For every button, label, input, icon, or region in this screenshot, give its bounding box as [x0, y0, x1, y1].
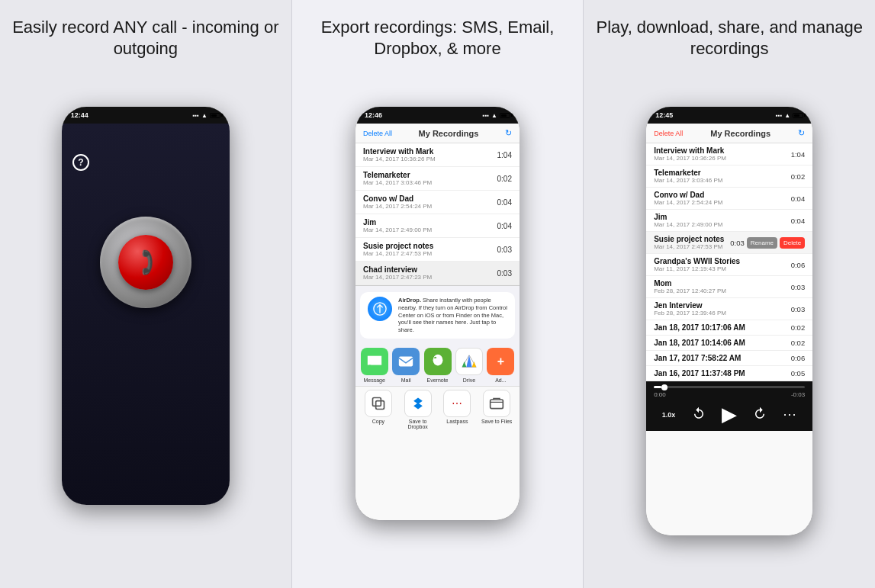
table-row[interactable]: TelemarketerMar 14, 2017 3:03:46 PM 0:02 [646, 165, 812, 188]
svg-marker-4 [466, 355, 471, 368]
phone3-signal-icon: ▪▪▪ [776, 112, 783, 119]
airdrop-section: AirDrop. Share instantly with people nea… [360, 292, 515, 339]
progress-track[interactable] [654, 386, 805, 388]
more-label: Ad... [495, 378, 506, 383]
share-action-files[interactable]: Save to Files [481, 390, 513, 429]
recordings-list-3: Interview with MarkMar 14, 2017 10:36:26… [646, 143, 812, 381]
share-app-more[interactable]: + Ad... [485, 348, 516, 383]
phone3-battery-icon [793, 113, 803, 118]
my-recordings-title-2: My Recordings [419, 129, 479, 138]
lastpass-icon: ⋯ [443, 390, 471, 417]
panel-export: Export recordings: SMS, Email, Dropbox, … [291, 0, 584, 588]
playback-bar: 0:00 -0:03 1.0x ▶ ··· [646, 381, 812, 431]
progress-thumb [661, 384, 668, 390]
lastpass-label: Lastpass [446, 419, 468, 424]
svg-rect-7 [376, 400, 384, 409]
save-files-icon [483, 390, 510, 417]
share-app-mail[interactable]: Mail [390, 348, 421, 383]
refresh-icon-3[interactable]: ↻ [798, 128, 805, 138]
table-row[interactable]: Interview with MarkMar 14, 2017 10:36:26… [646, 143, 812, 165]
record-button[interactable]: 📞 [100, 217, 191, 308]
svg-marker-10 [413, 403, 423, 409]
phone-call-icon: 📞 [130, 246, 161, 278]
play-button[interactable]: ▶ [722, 403, 737, 426]
dropbox-icon [404, 390, 432, 417]
phone-3: 12:45 ▪▪▪ ▲ Delete All My Recordings ↻ [646, 107, 812, 535]
panel-record: Easily record ANY call - incoming or out… [0, 0, 291, 588]
help-icon[interactable]: ? [72, 154, 89, 171]
phone1-signal-icon: ▪▪▪ [192, 112, 199, 119]
table-row[interactable]: Grandpa's WWII StoriesMar 11, 2017 12:19… [646, 254, 812, 276]
share-actions-row: Copy Save to Dropbox ⋯ Last [355, 386, 520, 432]
table-row[interactable]: Jan 18, 2017 10:14:06 AM 0:02 [646, 336, 812, 351]
fast-forward-button[interactable] [753, 406, 767, 423]
svg-rect-11 [491, 400, 503, 409]
table-row[interactable]: JimMar 14, 2017 2:49:00 PM 0:04 [355, 214, 520, 238]
dropbox-label: Save to Dropbox [402, 419, 434, 429]
copy-icon [365, 390, 392, 417]
save-files-label: Save to Files [481, 419, 512, 424]
share-action-dropbox[interactable]: Save to Dropbox [402, 390, 434, 429]
delete-all-btn-3[interactable]: Delete All [654, 130, 683, 137]
phone1-battery-icon [210, 113, 220, 118]
panel-1-title: Easily record ANY call - incoming or out… [8, 17, 284, 93]
table-row[interactable]: Jen InterviewFeb 28, 2017 12:39:46 PM 0:… [646, 298, 812, 320]
speed-control[interactable]: 1.0x [662, 411, 676, 419]
panel-manage: Play, download, share, and manage record… [584, 0, 875, 588]
more-options-button[interactable]: ··· [783, 406, 796, 423]
share-action-lastpass[interactable]: ⋯ Lastpass [441, 390, 473, 429]
table-row[interactable]: Convo w/ DadMar 14, 2017 2:54:24 PM 0:04 [355, 191, 520, 214]
playback-times: 0:00 -0:03 [654, 391, 805, 398]
recordings-list-2: Interview with MarkMar 14, 2017 10:36:26… [355, 143, 520, 285]
rewind-button[interactable] [692, 406, 706, 423]
drive-icon [455, 348, 483, 375]
table-row[interactable]: Convo w/ DadMar 14, 2017 2:54:24 PM 0:04 [646, 188, 812, 210]
table-row-active[interactable]: Susie project notesMar 14, 2017 2:47:53 … [646, 232, 812, 254]
svg-point-2 [433, 355, 442, 366]
table-row[interactable]: TelemarketerMar 14, 2017 3:03:46 PM 0:02 [355, 167, 520, 191]
rename-button[interactable]: Rename [747, 237, 777, 249]
mail-label: Mail [401, 378, 411, 383]
phone2-recordings-screen: Delete All My Recordings ↻ Interview wit… [355, 124, 520, 520]
share-app-evernote[interactable]: Evernote [422, 348, 453, 383]
table-row[interactable]: Jan 18, 2017 10:17:06 AM 0:02 [646, 320, 812, 336]
phone3-manage-screen: Delete All My Recordings ↻ Interview wit… [646, 124, 812, 535]
panel-2-title: Export recordings: SMS, Email, Dropbox, … [300, 17, 576, 93]
drive-label: Drive [463, 378, 475, 383]
phone-1: 12:44 ▪▪▪ ▲ ? 📞 [62, 107, 230, 505]
table-row[interactable]: Jan 16, 2017 11:37:48 PM 0:05 [646, 366, 812, 381]
delete-all-btn-2[interactable]: Delete All [363, 130, 392, 137]
phone2-time: 12:46 [365, 111, 382, 119]
table-row[interactable]: Susie project notesMar 14, 2017 2:47:53 … [355, 238, 520, 262]
my-recordings-title-3: My Recordings [710, 129, 770, 138]
table-row[interactable]: MomFeb 28, 2017 12:40:27 PM 0:03 [646, 276, 812, 298]
share-action-copy[interactable]: Copy [362, 390, 394, 429]
share-app-drive[interactable]: Drive [453, 348, 484, 383]
playback-controls: 1.0x ▶ ··· [654, 401, 805, 428]
phone3-wifi-icon: ▲ [784, 112, 790, 119]
phone1-wifi-icon: ▲ [201, 112, 207, 119]
recordings-header-2: Delete All My Recordings ↻ [355, 124, 520, 143]
table-row[interactable]: Interview with MarkMar 14, 2017 10:36:26… [355, 143, 520, 167]
phone2-wifi-icon: ▲ [491, 112, 497, 119]
copy-label: Copy [372, 419, 384, 424]
phone2-signal-icon: ▪▪▪ [483, 112, 490, 119]
table-row[interactable]: Jan 17, 2017 7:58:22 AM 0:06 [646, 351, 812, 366]
phone-2: 12:46 ▪▪▪ ▲ Delete All My Recordings ↻ [355, 107, 520, 520]
airdrop-text: AirDrop. Share instantly with people nea… [398, 297, 507, 334]
delete-button[interactable]: Delete [780, 237, 805, 249]
airdrop-icon [368, 297, 392, 321]
share-apps-row: Message Mail Evernote [355, 343, 520, 386]
table-row[interactable]: JimMar 14, 2017 2:49:00 PM 0:04 [646, 210, 812, 232]
current-time: 0:00 [654, 391, 666, 398]
svg-rect-8 [372, 397, 381, 406]
recordings-header-3: Delete All My Recordings ↻ [646, 124, 812, 143]
refresh-icon-2[interactable]: ↻ [505, 128, 512, 138]
svg-marker-6 [472, 361, 477, 367]
table-row[interactable]: Chad interviewMar 14, 2017 2:47:23 PM 0:… [355, 262, 520, 285]
svg-rect-1 [399, 356, 413, 366]
mail-icon [392, 348, 420, 375]
svg-marker-5 [462, 361, 467, 367]
phone2-battery-icon [500, 113, 510, 118]
share-app-message[interactable]: Message [359, 348, 390, 383]
